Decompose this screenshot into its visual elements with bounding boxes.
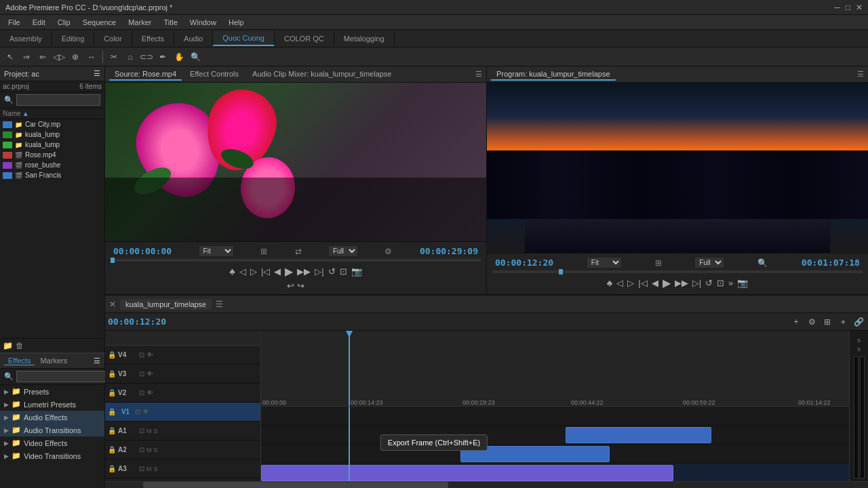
category-lumetri[interactable]: ▶ 📁 Lumetri Presets xyxy=(0,398,104,411)
selection-tool[interactable]: ↖ xyxy=(3,49,18,64)
track-row-v1[interactable] xyxy=(261,464,849,482)
effects-menu-btn[interactable]: ☰ xyxy=(94,357,100,365)
minimize-btn[interactable]: ─ xyxy=(834,3,840,12)
project-item[interactable]: 📁 Car City.mp xyxy=(0,119,104,129)
lock-icon[interactable]: 🔒 xyxy=(108,370,116,378)
program-camera-btn[interactable]: 📷 xyxy=(737,278,748,288)
project-item[interactable]: 🎬 San Francis xyxy=(0,170,104,180)
tab-assembly[interactable]: Assembly xyxy=(0,32,52,45)
lock-icon[interactable]: 🔒 xyxy=(108,408,116,415)
menu-window[interactable]: Window xyxy=(184,17,222,28)
program-step-back-btn[interactable]: ◀ xyxy=(652,278,658,288)
mute-btn[interactable]: M xyxy=(146,466,152,472)
hscroll-thumb[interactable] xyxy=(143,482,448,488)
track-select-bwd[interactable]: ⇐ xyxy=(35,49,50,64)
program-go-out-btn[interactable]: ▷| xyxy=(692,278,701,288)
source-step-fwd-btn[interactable]: ▶▶ xyxy=(297,266,311,277)
track-select-fwd[interactable]: ⇒ xyxy=(19,49,34,64)
timeline-snap-btn[interactable]: ⌖ xyxy=(836,315,850,329)
pen-tool[interactable]: ✒ xyxy=(155,49,170,64)
add-track-btn[interactable]: + xyxy=(789,315,803,329)
category-audio-effects[interactable]: ▶ 📁 Audio Effects xyxy=(0,411,104,424)
source-btn-settings[interactable]: ⚙ xyxy=(384,247,392,256)
source-play-btn[interactable]: ▶ xyxy=(285,265,293,278)
sync-icon[interactable]: ⊡ xyxy=(139,465,144,472)
tab-audio[interactable]: Audio xyxy=(174,32,213,45)
project-item[interactable]: 📁 kuala_lump xyxy=(0,129,104,140)
category-video-transitions[interactable]: ▶ 📁 Video Transitions xyxy=(0,449,104,462)
project-item[interactable]: 📁 kuala_lump xyxy=(0,140,104,150)
ripple-edit[interactable]: ◁▷ xyxy=(52,49,66,64)
tab-quoc-cuong[interactable]: Quoc Cuong xyxy=(213,31,275,46)
timeline-settings-btn[interactable]: ⚙ xyxy=(805,315,818,329)
menu-clip[interactable]: Clip xyxy=(52,17,76,28)
sequence-tab[interactable]: kuala_lumpur_timelapse xyxy=(120,299,212,310)
hand-tool[interactable]: ✋ xyxy=(172,49,186,64)
vis-icon[interactable]: 👁 xyxy=(142,408,149,415)
source-splice-btn[interactable]: ↩ xyxy=(287,281,294,291)
lock-icon[interactable]: 🔒 xyxy=(108,351,116,359)
source-go-out-btn[interactable]: ▷| xyxy=(315,266,323,277)
menu-sequence[interactable]: Sequence xyxy=(77,17,122,28)
seq-menu-btn[interactable]: ☰ xyxy=(216,300,223,309)
source-fit-select[interactable]: Fit 25% 50% 75% 100% xyxy=(199,246,233,256)
lock-icon[interactable]: 🔒 xyxy=(108,446,116,453)
vis-icon[interactable]: 👁 xyxy=(146,351,153,359)
source-overwrite-btn[interactable]: ↪ xyxy=(297,281,304,291)
tab-effects-panel[interactable]: Effects xyxy=(4,357,35,365)
menu-file[interactable]: File xyxy=(3,17,26,28)
source-camera-btn[interactable]: 📷 xyxy=(351,266,362,277)
source-timecode[interactable]: 00:00:00:00 xyxy=(113,246,172,256)
solo-btn[interactable]: S xyxy=(154,466,158,472)
category-video-effects[interactable]: ▶ 📁 Video Effects xyxy=(0,436,104,449)
program-menu-btn[interactable]: ☰ xyxy=(857,70,864,79)
source-btn-export[interactable]: ⇄ xyxy=(295,247,302,256)
tab-markers[interactable]: Markers xyxy=(36,357,71,365)
tab-color[interactable]: Color xyxy=(94,32,132,45)
lock-icon[interactable]: 🔒 xyxy=(108,389,116,396)
program-more-btn[interactable]: » xyxy=(728,278,733,288)
rate-stretch[interactable]: ↔ xyxy=(84,49,99,64)
source-menu-btn[interactable]: ☰ xyxy=(475,70,482,79)
program-full-select[interactable]: Full Half xyxy=(695,258,724,268)
vis-icon[interactable]: 👁 xyxy=(146,370,153,378)
solo-btn[interactable]: S xyxy=(154,447,158,453)
project-search-input[interactable] xyxy=(16,94,100,106)
tab-color-qc[interactable]: COLOR QC xyxy=(275,32,334,45)
program-play-btn[interactable]: ▶ xyxy=(663,277,671,289)
menu-marker[interactable]: Marker xyxy=(123,17,157,28)
program-zoom-btn[interactable]: 🔍 xyxy=(757,258,768,268)
track-row-v4[interactable] xyxy=(261,407,849,426)
program-safe-margin-btn[interactable]: ⊡ xyxy=(717,278,724,288)
tab-audio-clip-mixer[interactable]: Audio Clip Mixer: kuala_lumpur_timelapse xyxy=(247,68,397,81)
clip-v3[interactable] xyxy=(566,427,711,443)
source-add-marker-btn[interactable]: ♣ xyxy=(229,266,235,277)
sync-icon[interactable]: ⊡ xyxy=(139,351,144,359)
timeline-hscroll[interactable] xyxy=(105,481,868,488)
tab-source[interactable]: Source: Rose.mp4 xyxy=(109,68,182,81)
mute-btn[interactable]: M xyxy=(146,447,152,453)
source-mark-out-btn[interactable]: ▷ xyxy=(250,266,257,277)
lock-icon[interactable]: 🔒 xyxy=(108,427,116,434)
mute-btn[interactable]: M xyxy=(146,428,152,434)
tab-editing[interactable]: Editing xyxy=(52,32,95,45)
lock-icon[interactable]: 🔒 xyxy=(108,465,116,472)
project-menu-btn[interactable]: ☰ xyxy=(94,69,100,78)
close-btn[interactable]: ✕ xyxy=(856,3,863,12)
track-row-v3[interactable] xyxy=(261,426,849,445)
menu-title[interactable]: Title xyxy=(158,17,182,28)
razor-tool[interactable]: ✂ xyxy=(106,49,121,64)
source-loop-btn[interactable]: ↺ xyxy=(328,266,336,277)
program-go-in-btn[interactable]: |◁ xyxy=(638,278,647,288)
source-btn-safe[interactable]: ⊞ xyxy=(260,247,267,256)
tab-metalogging[interactable]: Metalogging xyxy=(334,32,395,45)
tab-effect-controls[interactable]: Effect Controls xyxy=(184,68,244,81)
program-mark-in-btn[interactable]: ◁ xyxy=(616,278,623,288)
sync-icon[interactable]: ⊡ xyxy=(139,446,144,453)
category-presets[interactable]: ▶ 📁 Presets xyxy=(0,385,104,398)
close-timeline-btn[interactable]: ✕ xyxy=(109,300,116,309)
sort-arrow[interactable]: ▲ xyxy=(22,110,29,117)
slide-tool[interactable]: ⊂⊃ xyxy=(139,49,154,64)
track-row-v2[interactable] xyxy=(261,445,849,464)
delete-btn[interactable]: 🗑 xyxy=(16,341,24,350)
